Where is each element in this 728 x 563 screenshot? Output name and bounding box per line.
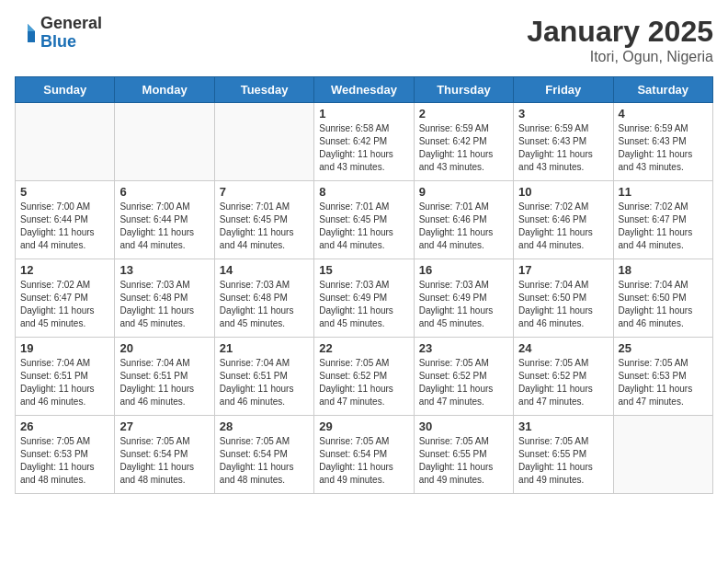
calendar-cell: 15Sunrise: 7:03 AM Sunset: 6:49 PM Dayli… xyxy=(314,259,414,338)
weekday-header-sunday: Sunday xyxy=(16,77,115,103)
calendar-cell: 4Sunrise: 6:59 AM Sunset: 6:43 PM Daylig… xyxy=(613,103,712,181)
day-number: 17 xyxy=(518,263,608,277)
day-number: 7 xyxy=(220,185,309,199)
day-info: Sunrise: 6:59 AM Sunset: 6:43 PM Dayligh… xyxy=(518,122,608,174)
day-number: 6 xyxy=(119,185,209,199)
calendar-cell: 12Sunrise: 7:02 AM Sunset: 6:47 PM Dayli… xyxy=(16,259,115,338)
day-number: 19 xyxy=(20,341,109,355)
calendar-cell: 9Sunrise: 7:01 AM Sunset: 6:46 PM Daylig… xyxy=(414,181,513,259)
calendar-cell xyxy=(16,103,115,181)
calendar-cell: 7Sunrise: 7:01 AM Sunset: 6:45 PM Daylig… xyxy=(214,181,313,259)
calendar-cell: 21Sunrise: 7:04 AM Sunset: 6:51 PM Dayli… xyxy=(214,338,313,416)
day-info: Sunrise: 7:05 AM Sunset: 6:54 PM Dayligh… xyxy=(319,435,408,487)
day-number: 18 xyxy=(619,263,708,277)
day-number: 8 xyxy=(319,185,408,199)
calendar-table: SundayMondayTuesdayWednesdayThursdayFrid… xyxy=(15,76,713,494)
day-info: Sunrise: 7:05 AM Sunset: 6:53 PM Dayligh… xyxy=(20,435,109,487)
day-info: Sunrise: 7:02 AM Sunset: 6:47 PM Dayligh… xyxy=(20,279,109,330)
day-number: 4 xyxy=(619,107,708,121)
week-row-3: 12Sunrise: 7:02 AM Sunset: 6:47 PM Dayli… xyxy=(16,259,713,338)
logo: General Blue xyxy=(15,15,102,52)
day-info: Sunrise: 7:04 AM Sunset: 6:51 PM Dayligh… xyxy=(119,357,209,408)
day-number: 30 xyxy=(419,419,508,433)
day-info: Sunrise: 7:01 AM Sunset: 6:45 PM Dayligh… xyxy=(319,201,408,252)
calendar-cell: 26Sunrise: 7:05 AM Sunset: 6:53 PM Dayli… xyxy=(16,416,115,494)
day-info: Sunrise: 7:05 AM Sunset: 6:55 PM Dayligh… xyxy=(419,435,508,487)
day-number: 23 xyxy=(419,341,508,355)
day-info: Sunrise: 7:00 AM Sunset: 6:44 PM Dayligh… xyxy=(20,201,109,252)
day-number: 26 xyxy=(20,419,109,433)
calendar-cell: 8Sunrise: 7:01 AM Sunset: 6:45 PM Daylig… xyxy=(314,181,414,259)
calendar-cell: 10Sunrise: 7:02 AM Sunset: 6:46 PM Dayli… xyxy=(514,181,613,259)
logo-general-text: General xyxy=(40,15,102,33)
day-info: Sunrise: 7:03 AM Sunset: 6:48 PM Dayligh… xyxy=(220,279,309,330)
weekday-header-row: SundayMondayTuesdayWednesdayThursdayFrid… xyxy=(16,77,713,103)
day-info: Sunrise: 7:01 AM Sunset: 6:46 PM Dayligh… xyxy=(419,201,508,252)
weekday-header-wednesday: Wednesday xyxy=(314,77,414,103)
day-info: Sunrise: 7:05 AM Sunset: 6:52 PM Dayligh… xyxy=(319,357,408,408)
day-number: 25 xyxy=(619,341,708,355)
day-number: 15 xyxy=(319,263,408,277)
calendar-cell: 14Sunrise: 7:03 AM Sunset: 6:48 PM Dayli… xyxy=(214,259,313,338)
calendar-cell: 25Sunrise: 7:05 AM Sunset: 6:53 PM Dayli… xyxy=(613,338,712,416)
calendar-cell: 28Sunrise: 7:05 AM Sunset: 6:54 PM Dayli… xyxy=(214,416,313,494)
calendar-cell: 17Sunrise: 7:04 AM Sunset: 6:50 PM Dayli… xyxy=(514,259,613,338)
day-number: 1 xyxy=(319,107,408,121)
day-info: Sunrise: 7:03 AM Sunset: 6:49 PM Dayligh… xyxy=(319,279,408,330)
logo-blue-text: Blue xyxy=(40,33,102,52)
day-number: 13 xyxy=(119,263,209,277)
day-info: Sunrise: 7:04 AM Sunset: 6:51 PM Dayligh… xyxy=(220,357,309,408)
day-number: 14 xyxy=(220,263,309,277)
day-info: Sunrise: 7:04 AM Sunset: 6:50 PM Dayligh… xyxy=(619,279,708,330)
weekday-header-monday: Monday xyxy=(115,77,214,103)
day-number: 22 xyxy=(319,341,408,355)
week-row-4: 19Sunrise: 7:04 AM Sunset: 6:51 PM Dayli… xyxy=(16,338,713,416)
calendar-cell: 27Sunrise: 7:05 AM Sunset: 6:54 PM Dayli… xyxy=(115,416,214,494)
week-row-2: 5Sunrise: 7:00 AM Sunset: 6:44 PM Daylig… xyxy=(16,181,713,259)
day-info: Sunrise: 7:02 AM Sunset: 6:46 PM Dayligh… xyxy=(518,201,608,252)
day-info: Sunrise: 7:00 AM Sunset: 6:44 PM Dayligh… xyxy=(119,201,209,252)
weekday-header-friday: Friday xyxy=(514,77,613,103)
calendar-cell: 11Sunrise: 7:02 AM Sunset: 6:47 PM Dayli… xyxy=(613,181,712,259)
day-info: Sunrise: 7:05 AM Sunset: 6:54 PM Dayligh… xyxy=(119,435,209,487)
day-number: 21 xyxy=(220,341,309,355)
calendar-cell: 18Sunrise: 7:04 AM Sunset: 6:50 PM Dayli… xyxy=(613,259,712,338)
day-number: 11 xyxy=(619,185,708,199)
day-info: Sunrise: 7:04 AM Sunset: 6:50 PM Dayligh… xyxy=(518,279,608,330)
calendar-cell: 1Sunrise: 6:58 AM Sunset: 6:42 PM Daylig… xyxy=(314,103,414,181)
title-block: January 2025 Itori, Ogun, Nigeria xyxy=(527,15,713,65)
weekday-header-saturday: Saturday xyxy=(613,77,712,103)
day-number: 5 xyxy=(20,185,109,199)
weekday-header-tuesday: Tuesday xyxy=(214,77,313,103)
day-number: 12 xyxy=(20,263,109,277)
calendar-cell: 13Sunrise: 7:03 AM Sunset: 6:48 PM Dayli… xyxy=(115,259,214,338)
day-number: 10 xyxy=(518,185,608,199)
day-number: 29 xyxy=(319,419,408,433)
calendar-cell: 3Sunrise: 6:59 AM Sunset: 6:43 PM Daylig… xyxy=(514,103,613,181)
calendar-cell: 23Sunrise: 7:05 AM Sunset: 6:52 PM Dayli… xyxy=(414,338,513,416)
day-info: Sunrise: 7:02 AM Sunset: 6:47 PM Dayligh… xyxy=(619,201,708,252)
calendar-cell: 22Sunrise: 7:05 AM Sunset: 6:52 PM Dayli… xyxy=(314,338,414,416)
day-number: 27 xyxy=(119,419,209,433)
day-number: 24 xyxy=(518,341,608,355)
calendar-cell: 30Sunrise: 7:05 AM Sunset: 6:55 PM Dayli… xyxy=(414,416,513,494)
day-info: Sunrise: 7:05 AM Sunset: 6:52 PM Dayligh… xyxy=(518,357,608,408)
calendar-cell: 29Sunrise: 7:05 AM Sunset: 6:54 PM Dayli… xyxy=(314,416,414,494)
calendar-cell: 20Sunrise: 7:04 AM Sunset: 6:51 PM Dayli… xyxy=(115,338,214,416)
calendar-cell: 2Sunrise: 6:59 AM Sunset: 6:42 PM Daylig… xyxy=(414,103,513,181)
day-info: Sunrise: 6:59 AM Sunset: 6:42 PM Dayligh… xyxy=(419,122,508,174)
day-number: 2 xyxy=(419,107,508,121)
weekday-header-thursday: Thursday xyxy=(414,77,513,103)
day-number: 16 xyxy=(419,263,508,277)
day-number: 20 xyxy=(119,341,209,355)
day-info: Sunrise: 7:05 AM Sunset: 6:53 PM Dayligh… xyxy=(619,357,708,408)
day-info: Sunrise: 7:03 AM Sunset: 6:48 PM Dayligh… xyxy=(119,279,209,330)
calendar-cell: 19Sunrise: 7:04 AM Sunset: 6:51 PM Dayli… xyxy=(16,338,115,416)
week-row-1: 1Sunrise: 6:58 AM Sunset: 6:42 PM Daylig… xyxy=(16,103,713,181)
calendar-cell xyxy=(214,103,313,181)
calendar-cell: 6Sunrise: 7:00 AM Sunset: 6:44 PM Daylig… xyxy=(115,181,214,259)
day-number: 3 xyxy=(518,107,608,121)
day-info: Sunrise: 7:03 AM Sunset: 6:49 PM Dayligh… xyxy=(419,279,508,330)
day-info: Sunrise: 7:04 AM Sunset: 6:51 PM Dayligh… xyxy=(20,357,109,408)
day-info: Sunrise: 6:58 AM Sunset: 6:42 PM Dayligh… xyxy=(319,122,408,174)
